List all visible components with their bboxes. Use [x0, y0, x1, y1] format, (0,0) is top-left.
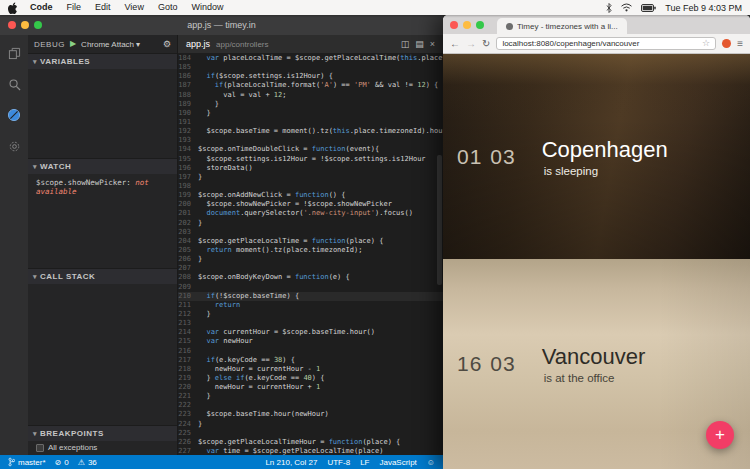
line-number[interactable]: 204: [178, 237, 198, 246]
line-number[interactable]: 188: [178, 91, 198, 100]
explorer-icon[interactable]: [6, 45, 22, 61]
back-button[interactable]: ←: [450, 39, 460, 49]
line-number[interactable]: 201: [178, 209, 198, 218]
code-line[interactable]: if($scope.settings.is12Hour) {: [198, 72, 333, 81]
code-line[interactable]: newHour = currentHour + 1: [198, 383, 320, 392]
line-number[interactable]: 186: [178, 72, 198, 81]
open-file-name[interactable]: app.js: [186, 39, 210, 49]
line-number[interactable]: 203: [178, 228, 198, 237]
code-line[interactable]: $scope.settings.is12Hour = !$scope.setti…: [198, 155, 426, 164]
line-number[interactable]: 185: [178, 63, 198, 72]
line-number[interactable]: 215: [178, 337, 198, 346]
code-line[interactable]: $scope.onBodyKeyDown = function(e) {: [198, 273, 350, 282]
code-line[interactable]: if(!$scope.baseTime) {: [198, 292, 299, 301]
line-number[interactable]: 213: [178, 319, 198, 328]
line-number[interactable]: 196: [178, 164, 198, 173]
line-number[interactable]: 208: [178, 273, 198, 282]
copenhagen-time[interactable]: 0103: [457, 145, 516, 169]
code-line[interactable]: }: [198, 173, 202, 182]
bluetooth-icon[interactable]: [606, 3, 612, 13]
error-count[interactable]: ⊘ 0: [55, 458, 69, 467]
code-line[interactable]: $scope.onAddNewClick = function() {: [198, 191, 346, 200]
menu-item-code[interactable]: Code: [23, 0, 60, 15]
line-number[interactable]: 194: [178, 145, 198, 154]
line-number[interactable]: 209: [178, 283, 198, 292]
code-line[interactable]: var newHour: [198, 337, 253, 346]
code-line[interactable]: }: [198, 219, 202, 228]
battery-icon[interactable]: [641, 4, 656, 12]
close-editor-icon[interactable]: ×: [430, 39, 435, 49]
line-number[interactable]: 224: [178, 420, 198, 429]
line-number[interactable]: 190: [178, 109, 198, 118]
code-line[interactable]: if(placeLocalTime.format('A') == 'PM' &&…: [198, 81, 438, 90]
code-line[interactable]: $scope.baseTime.hour(newHour): [198, 410, 329, 419]
editor-scrollbar[interactable]: [437, 155, 442, 285]
breakpoint-all-exceptions[interactable]: ✓ All exceptions: [28, 441, 177, 454]
line-number[interactable]: 200: [178, 200, 198, 209]
line-number[interactable]: 211: [178, 301, 198, 310]
warning-count[interactable]: ⚠ 36: [78, 458, 97, 467]
line-number[interactable]: 206: [178, 255, 198, 264]
language-mode[interactable]: JavaScript: [379, 458, 416, 467]
line-number[interactable]: 192: [178, 127, 198, 136]
line-number[interactable]: 199: [178, 191, 198, 200]
close-window-button[interactable]: [450, 21, 458, 29]
line-number[interactable]: 205: [178, 246, 198, 255]
breakpoints-header[interactable]: ▾ BREAKPOINTS: [28, 426, 177, 441]
debug-config-select[interactable]: Chrome Attach ▾: [81, 40, 140, 49]
code-line[interactable]: newHour = currentHour - 1: [198, 365, 320, 374]
code-line[interactable]: var placeLocalTime = $scope.getPlaceLoca…: [198, 54, 443, 63]
code-line[interactable]: val = val + 12;: [198, 91, 287, 100]
line-number[interactable]: 193: [178, 136, 198, 145]
line-number[interactable]: 212: [178, 310, 198, 319]
code-line[interactable]: document.querySelector('.new-city-input'…: [198, 209, 413, 218]
line-number[interactable]: 210: [178, 292, 198, 301]
watch-header[interactable]: ▾ WATCH: [28, 159, 177, 174]
call-stack-header[interactable]: ▾ CALL STACK: [28, 269, 177, 284]
line-number[interactable]: 197: [178, 173, 198, 182]
line-number[interactable]: 184: [178, 54, 198, 63]
line-number[interactable]: 218: [178, 365, 198, 374]
code-line[interactable]: } else if(e.keyCode == 40) {: [198, 374, 324, 383]
code-line[interactable]: }: [198, 109, 211, 118]
menu-item-edit[interactable]: Edit: [88, 0, 118, 15]
address-bar[interactable]: localhost:8080/copenhagen/vancouver ☆: [496, 37, 716, 50]
menu-item-window[interactable]: Window: [184, 0, 230, 15]
menubar-clock[interactable]: Tue Feb 9 4:03 PM: [665, 3, 742, 13]
reload-button[interactable]: ↻: [482, 39, 490, 49]
code-line[interactable]: }: [198, 420, 202, 429]
extension-icon[interactable]: [722, 39, 731, 48]
editor-actions-icon[interactable]: ▤: [415, 39, 424, 49]
code-line[interactable]: }: [198, 310, 211, 319]
line-number[interactable]: 187: [178, 81, 198, 90]
variables-header[interactable]: ▾ VARIABLES: [28, 54, 177, 69]
code-line[interactable]: var currentHour = $scope.baseTime.hour(): [198, 328, 375, 337]
close-window-button[interactable]: [8, 21, 16, 29]
line-number[interactable]: 207: [178, 264, 198, 273]
add-city-button[interactable]: +: [706, 421, 734, 449]
zoom-window-button[interactable]: [476, 21, 484, 29]
git-branch-indicator[interactable]: master*: [8, 457, 46, 467]
configure-debug-gear-icon[interactable]: ⚙: [163, 39, 171, 49]
code-line[interactable]: var time = $scope.getPlaceLocalTime(plac…: [198, 447, 383, 455]
code-line[interactable]: }: [198, 255, 202, 264]
checkbox[interactable]: ✓: [36, 444, 44, 452]
browser-tab[interactable]: Timey - timezones with a li...: [497, 18, 627, 34]
code-line[interactable]: $scope.showNewPicker = !$scope.showNewPi…: [198, 200, 392, 209]
menu-item-view[interactable]: View: [118, 0, 151, 15]
code-line[interactable]: }: [198, 392, 211, 401]
line-number[interactable]: 198: [178, 182, 198, 191]
debug-icon[interactable]: [6, 107, 22, 123]
line-number[interactable]: 189: [178, 100, 198, 109]
code-line[interactable]: $scope.getPlaceLocalTime = function(plac…: [198, 237, 383, 246]
code-line[interactable]: if(e.keyCode == 38) {: [198, 356, 295, 365]
code-line[interactable]: return moment().tz(place.timezoneId);: [198, 246, 362, 255]
line-number[interactable]: 217: [178, 356, 198, 365]
code-area[interactable]: 184 var placeLocalTime = $scope.getPlace…: [178, 53, 443, 455]
line-number[interactable]: 195: [178, 155, 198, 164]
line-number[interactable]: 225: [178, 429, 198, 438]
line-number[interactable]: 216: [178, 347, 198, 356]
breakpoint-uncaught-exceptions[interactable]: ✓ Uncaught exceptions: [28, 454, 177, 455]
wifi-icon[interactable]: [621, 3, 632, 12]
code-line[interactable]: }: [198, 100, 219, 109]
